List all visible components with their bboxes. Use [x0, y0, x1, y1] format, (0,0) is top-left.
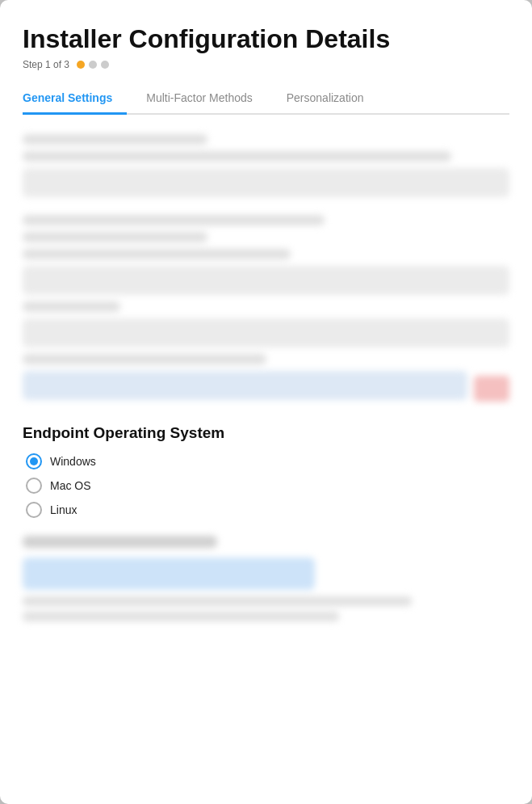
- main-window: Installer Configuration Details Step 1 o…: [0, 0, 532, 804]
- blurred-section-bottom: [23, 536, 509, 621]
- radio-label-linux: Linux: [50, 503, 77, 516]
- tab-bar: General Settings Multi-Factor Methods Pe…: [23, 85, 509, 115]
- step-label: Step 1 of 3: [23, 59, 69, 70]
- endpoint-os-title: Endpoint Operating System: [23, 424, 509, 442]
- radio-circle-linux: [26, 502, 42, 518]
- step-dot-2: [89, 61, 97, 69]
- radio-label-macos: Mac OS: [50, 479, 91, 492]
- tab-personalization[interactable]: Personalization: [287, 85, 379, 115]
- radio-macos[interactable]: Mac OS: [26, 478, 509, 494]
- blurred-section-2: [23, 215, 509, 406]
- tab-multi-factor[interactable]: Multi-Factor Methods: [146, 85, 266, 115]
- radio-circle-windows: [26, 453, 42, 469]
- page-title: Installer Configuration Details: [23, 24, 509, 54]
- os-radio-group: Windows Mac OS Linux: [23, 453, 509, 518]
- radio-circle-macos: [26, 478, 42, 494]
- radio-windows[interactable]: Windows: [26, 453, 509, 469]
- step-dot-3: [101, 61, 109, 69]
- tab-general-settings[interactable]: General Settings: [23, 85, 127, 115]
- radio-label-windows: Windows: [50, 455, 96, 468]
- endpoint-os-section: Endpoint Operating System Windows Mac OS…: [23, 424, 509, 518]
- step-dot-1: [77, 61, 85, 69]
- radio-linux[interactable]: Linux: [26, 502, 509, 518]
- step-indicator: Step 1 of 3: [23, 59, 509, 70]
- blurred-section-1: [23, 134, 509, 197]
